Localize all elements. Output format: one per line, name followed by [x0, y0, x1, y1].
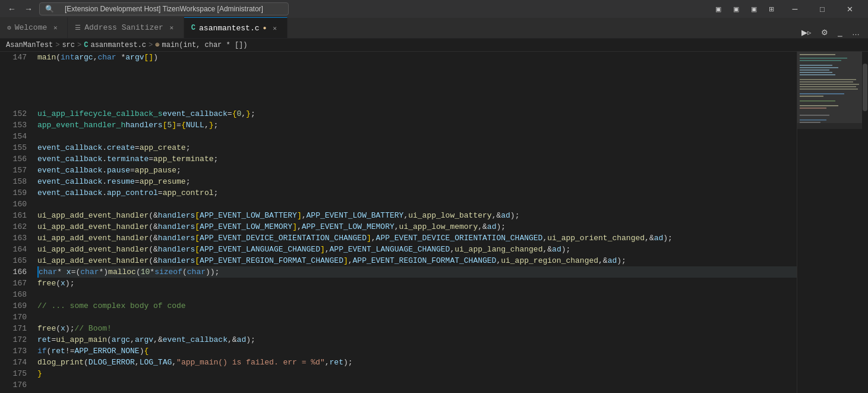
line-num-155: 155 [0, 142, 27, 153]
breadcrumb-function[interactable]: main(int, char * []) [162, 41, 248, 49]
code-content[interactable]: main(int argc, char *argv[]) ui_app_life… [33, 52, 797, 393]
code-line-162: ui_app_add_event_handler(&handlers[APP_E… [37, 221, 797, 232]
welcome-icon: ⚙ [7, 24, 11, 32]
code-line-177: return ret; [37, 391, 797, 393]
code-line-147: main(int argc, char *argv[]) [37, 52, 797, 63]
code-line-blank1 [37, 63, 797, 74]
scrollbar-thumb[interactable] [863, 64, 867, 111]
code-line-153: app_event_handler_h handlers[5] = {NULL,… [37, 120, 797, 131]
line-num-165: 165 [0, 255, 27, 266]
line-num-157: 157 [0, 165, 27, 176]
minimize-button[interactable]: – [781, 0, 809, 18]
minimap-viewport [797, 52, 862, 123]
tab-asanmantest-close[interactable]: ✕ [270, 23, 280, 33]
line-num-154: 154 [0, 131, 27, 142]
run-button[interactable]: ▶▹ [798, 27, 815, 38]
breadcrumb-c-icon: C [84, 41, 88, 49]
code-line-blank2 [37, 74, 797, 86]
tab-welcome[interactable]: ⚙ Welcome ✕ [0, 17, 68, 38]
scrollbar-track[interactable] [862, 52, 868, 393]
more-actions-button[interactable]: … [848, 27, 863, 38]
line-num-177: 177 [0, 391, 27, 393]
tab-welcome-label: Welcome [15, 23, 48, 32]
line-numbers: 147 152 153 154 155 156 157 158 159 160 … [0, 52, 33, 393]
code-line-blank3 [37, 86, 797, 97]
code-line-172: ret = ui_app_main(argc, argv, &event_cal… [37, 334, 797, 345]
breadcrumb-symbol-icon: ⊕ [155, 40, 159, 49]
code-line-173: if (ret != APP_ERROR_NONE) { [37, 345, 797, 357]
forward-button[interactable]: → [21, 2, 36, 16]
close-button[interactable]: ✕ [836, 0, 863, 18]
line-num-153: 153 [0, 120, 27, 131]
tab-asanmantest[interactable]: C asanmantest.c ● ✕ [184, 17, 288, 38]
line-num-147: 147 [0, 52, 27, 63]
code-line-166: char* x = (char*)malloc(10 * sizeof(char… [37, 266, 797, 278]
code-line-176 [37, 379, 797, 391]
titlebar: ← → 🔍 ▣ ▣ ▣ ⊞ – □ ✕ [0, 0, 868, 18]
breadcrumb-src[interactable]: src [62, 41, 75, 49]
code-line-blank4 [37, 97, 797, 108]
line-num-170: 170 [0, 312, 27, 323]
code-line-171: free(x); // Boom! [37, 323, 797, 334]
code-line-169: // ... some complex body of code [37, 300, 797, 312]
line-num-161: 161 [0, 210, 27, 221]
minimap[interactable] [797, 52, 862, 393]
code-editor[interactable]: 147 152 153 154 155 156 157 158 159 160 … [0, 52, 797, 393]
address-sanitizer-icon: ☰ [75, 24, 81, 32]
titlebar-left: ← → 🔍 [5, 2, 289, 16]
settings-button[interactable]: ⚙ [818, 27, 832, 38]
breadcrumb: AsanManTest > src > C asanmantest.c > ⊕ … [0, 39, 868, 52]
tab-address-sanitizer-close[interactable]: ✕ [167, 23, 176, 33]
line-num-176: 176 [0, 379, 27, 391]
layout-btn-4[interactable]: ⊞ [764, 0, 779, 18]
line-num-167: 167 [0, 278, 27, 289]
code-line-164: ui_app_add_event_handler(&handlers[APP_E… [37, 244, 797, 255]
tab-welcome-close[interactable]: ✕ [50, 23, 60, 33]
line-num-169: 169 [0, 300, 27, 312]
line-num-159: 159 [0, 187, 27, 199]
back-button[interactable]: ← [5, 2, 19, 16]
code-line-161: ui_app_add_event_handler(&handlers[APP_E… [37, 210, 797, 221]
c-file-icon: C [191, 24, 195, 32]
tab-address-sanitizer[interactable]: ☰ Address Sanitizer ✕ [68, 17, 184, 38]
line-num-174: 174 [0, 357, 27, 368]
tab-address-sanitizer-label: Address Sanitizer [84, 23, 163, 32]
line-num-158: 158 [0, 176, 27, 187]
code-line-174: dlog_print(DLOG_ERROR, LOG_TAG, "app_mai… [37, 357, 797, 368]
code-line-155: event_callback.create = app_create; [37, 142, 797, 153]
unsaved-dot: ● [263, 25, 266, 32]
code-line-154 [37, 131, 797, 142]
line-num-152: 152 [0, 108, 27, 120]
tab-asanmantest-label: asanmantest.c [199, 24, 259, 33]
breadcrumb-project[interactable]: AsanManTest [6, 41, 53, 49]
code-line-152: ui_app_lifecycle_callback_s event_callba… [37, 108, 797, 120]
code-line-167: free(x); [37, 278, 797, 289]
titlebar-search[interactable] [39, 2, 289, 15]
code-line-158: event_callback.resume = app_resume; [37, 176, 797, 187]
nav-buttons: ← → [5, 2, 36, 16]
code-line-159: event_callback.app_control = app_control… [37, 187, 797, 199]
line-num-166: 166 [0, 266, 27, 278]
window-controls: – □ ✕ [781, 0, 863, 18]
line-num-173: 173 [0, 345, 27, 357]
line-num-162: 162 [0, 221, 27, 232]
line-num-168: 168 [0, 289, 27, 300]
breadcrumb-file[interactable]: asanmantest.c [90, 41, 146, 49]
line-num-164: 164 [0, 244, 27, 255]
editor-container: 147 152 153 154 155 156 157 158 159 160 … [0, 52, 868, 393]
layout-btn-3[interactable]: ▣ [746, 0, 762, 18]
line-num-171: 171 [0, 323, 27, 334]
split-editor-button[interactable]: ⎯ [834, 27, 846, 38]
code-line-165: ui_app_add_event_handler(&handlers[APP_E… [37, 255, 797, 266]
code-line-175: } [37, 368, 797, 379]
line-num-172: 172 [0, 334, 27, 345]
maximize-button[interactable]: □ [809, 0, 836, 18]
line-num-156: 156 [0, 153, 27, 165]
line-num-175: 175 [0, 368, 27, 379]
titlebar-right: ▣ ▣ ▣ ⊞ – □ ✕ [711, 0, 863, 18]
code-line-168 [37, 289, 797, 300]
code-line-157: event_callback.pause = app_pause; [37, 165, 797, 176]
line-num-160: 160 [0, 199, 27, 210]
layout-btn-1[interactable]: ▣ [711, 0, 726, 18]
layout-btn-2[interactable]: ▣ [728, 0, 744, 18]
